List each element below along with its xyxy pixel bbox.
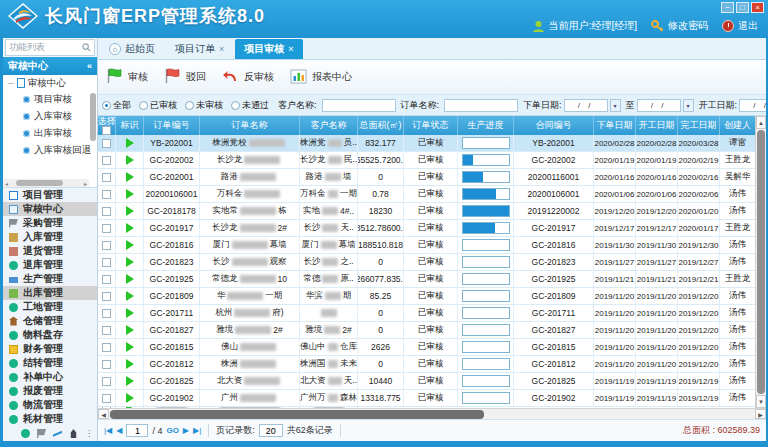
sidebar-module-3[interactable]: 入库管理	[3, 230, 97, 244]
sidebar-module-8[interactable]: 工地管理	[3, 300, 97, 314]
row-checkbox[interactable]	[102, 258, 111, 267]
radio-icon[interactable]	[231, 101, 240, 110]
scroll-up-icon[interactable]: ▲	[756, 116, 766, 129]
radio-option-3[interactable]: 未通过	[231, 99, 273, 112]
column-header-8[interactable]: 合同编号	[514, 116, 594, 135]
sidebar-module-7[interactable]: 出库管理	[3, 286, 97, 300]
sidebar-module-16[interactable]: 耗材管理	[3, 412, 97, 426]
go-button[interactable]: GO	[166, 426, 178, 435]
radio-icon[interactable]	[139, 101, 148, 110]
hscroll-thumb[interactable]	[110, 410, 484, 419]
row-checkbox[interactable]	[102, 156, 111, 165]
logout-button[interactable]: 退出	[722, 19, 758, 33]
table-row[interactable]: GC-202001路港路港墙0已审核202001160012020/01/162…	[98, 169, 766, 186]
row-checkbox[interactable]	[102, 190, 111, 199]
first-page-button[interactable]: |◀	[104, 426, 112, 435]
change-password-button[interactable]: 修改密码	[651, 19, 708, 33]
tree-item-1[interactable]: 入库审核	[3, 108, 97, 125]
column-header-11[interactable]: 完工日期	[678, 116, 720, 135]
page-number-input[interactable]	[126, 424, 148, 437]
person-icon[interactable]	[69, 429, 78, 438]
sidebar-module-4[interactable]: 退货管理	[3, 244, 97, 258]
sidebar-module-1[interactable]: 审核中心	[3, 202, 97, 216]
sidebar-module-10[interactable]: 物料盘存	[3, 328, 97, 342]
tree-expander-icon[interactable]: ─	[8, 79, 14, 88]
vscroll-thumb[interactable]	[757, 130, 765, 394]
row-checkbox[interactable]	[102, 394, 111, 403]
sidebar-module-6[interactable]: 生产管理	[3, 272, 97, 286]
column-header-9[interactable]: 下单日期	[594, 116, 636, 135]
tab-close-icon[interactable]: ×	[219, 44, 224, 54]
table-row[interactable]: YB-202001株洲党校株洲党员..832.177已审核YB-20200120…	[98, 135, 766, 152]
undo_arrow-button[interactable]: 反审核	[222, 69, 274, 86]
sidebar-module-9[interactable]: 仓储管理	[3, 314, 97, 328]
flag_green-button[interactable]: 审核	[106, 68, 148, 86]
page-size-input[interactable]	[259, 424, 283, 437]
tab-0[interactable]: ⌂起始页	[100, 39, 164, 59]
row-checkbox[interactable]	[102, 241, 111, 250]
column-header-10[interactable]: 开工日期	[636, 116, 678, 135]
dot-icon[interactable]	[21, 429, 30, 438]
sidebar-module-2[interactable]: 采购管理	[3, 216, 97, 230]
calendar-dropdown-icon[interactable]: ▾	[683, 99, 694, 112]
table-row[interactable]: GC-201827雅境2#雅境2#0已审核GC-2018272019/11/20…	[98, 322, 766, 339]
table-row[interactable]: GC-201902广州广州万森林13318.775已审核GC-201902201…	[98, 390, 766, 407]
row-checkbox[interactable]	[102, 309, 111, 318]
sidebar-module-13[interactable]: 补单中心	[3, 370, 97, 384]
table-vertical-scrollbar[interactable]: ▲ ▼	[755, 116, 766, 408]
select-all-checkbox[interactable]	[102, 126, 111, 135]
column-header-5[interactable]: 总面积(㎡)	[358, 116, 404, 135]
radio-option-1[interactable]: 已审核	[139, 99, 181, 112]
table-row[interactable]: GC-201816厦门幕墙厦门幕墙188510.818已审核GC-2018162…	[98, 237, 766, 254]
order-name-input[interactable]	[444, 99, 518, 112]
date-input[interactable]: / /	[739, 99, 766, 112]
tree-vertical-scrollbar[interactable]	[90, 93, 96, 141]
row-checkbox[interactable]	[102, 377, 111, 386]
chart-button[interactable]: 报表中心	[290, 69, 352, 86]
more-icon[interactable]: ⋮	[85, 429, 89, 438]
row-checkbox[interactable]	[102, 360, 111, 369]
sidebar-module-5[interactable]: 退库管理	[3, 258, 97, 272]
tab-1[interactable]: 项目订单×	[166, 39, 233, 59]
function-search-box[interactable]: 功能列表	[5, 39, 95, 56]
row-checkbox[interactable]	[102, 224, 111, 233]
collapse-icon[interactable]: «	[87, 61, 92, 71]
customer-name-input[interactable]	[322, 99, 396, 112]
row-checkbox[interactable]	[102, 292, 111, 301]
tree-item-0[interactable]: 项目审核	[3, 91, 97, 108]
table-row[interactable]: GC-202002长沙龙长沙龙民..65525.7200..已审核GC-2020…	[98, 152, 766, 169]
cart-icon[interactable]	[37, 429, 46, 438]
row-checkbox[interactable]	[102, 343, 111, 352]
row-checkbox[interactable]	[102, 139, 111, 148]
flag_red-button[interactable]: 驳回	[164, 68, 206, 86]
radio-icon[interactable]	[185, 101, 194, 110]
column-header-3[interactable]: 订单名称	[200, 116, 300, 135]
sidebar-module-14[interactable]: 报废管理	[3, 384, 97, 398]
maximize-button[interactable]: □	[736, 2, 749, 13]
date-input[interactable]: / /	[637, 99, 681, 112]
table-row[interactable]: 20200106001万科金万科金一期0.78已审核20200106001202…	[98, 186, 766, 203]
column-header-4[interactable]: 客户名称	[300, 116, 358, 135]
radio-option-0[interactable]: 全部	[102, 99, 135, 112]
prev-page-button[interactable]: ◀	[116, 426, 122, 435]
sidebar-module-12[interactable]: 结转管理	[3, 356, 97, 370]
swoosh-icon[interactable]	[53, 429, 62, 438]
next-page-button[interactable]: ▶	[183, 426, 189, 435]
table-horizontal-scrollbar[interactable]: ◀ ▶	[98, 408, 766, 419]
scroll-right-icon[interactable]: ▶	[755, 409, 766, 419]
scroll-right-icon[interactable]: ▸	[82, 180, 89, 187]
sidebar-module-11[interactable]: 财务管理	[3, 342, 97, 356]
last-page-button[interactable]: ▶|	[193, 426, 201, 435]
table-row[interactable]: GC-201823长沙观察长沙之..0已审核GC-2018232019/11/2…	[98, 254, 766, 271]
tab-close-icon[interactable]: ×	[288, 44, 293, 54]
column-header-12[interactable]: 创建人	[720, 116, 756, 135]
column-header-2[interactable]: 订单编号	[144, 116, 200, 135]
minimize-button[interactable]: −	[721, 2, 734, 13]
scroll-left-icon[interactable]: ◂	[3, 180, 10, 187]
tree-hscroll-thumb[interactable]	[16, 180, 63, 186]
table-row[interactable]: GC-2018178实地常栋实地4#..18230已审核201912200022…	[98, 203, 766, 220]
row-checkbox[interactable]	[102, 326, 111, 335]
tree-horizontal-scrollbar[interactable]: ◂ ▸	[3, 179, 89, 187]
row-checkbox[interactable]	[102, 275, 111, 284]
radio-icon[interactable]	[102, 101, 111, 110]
